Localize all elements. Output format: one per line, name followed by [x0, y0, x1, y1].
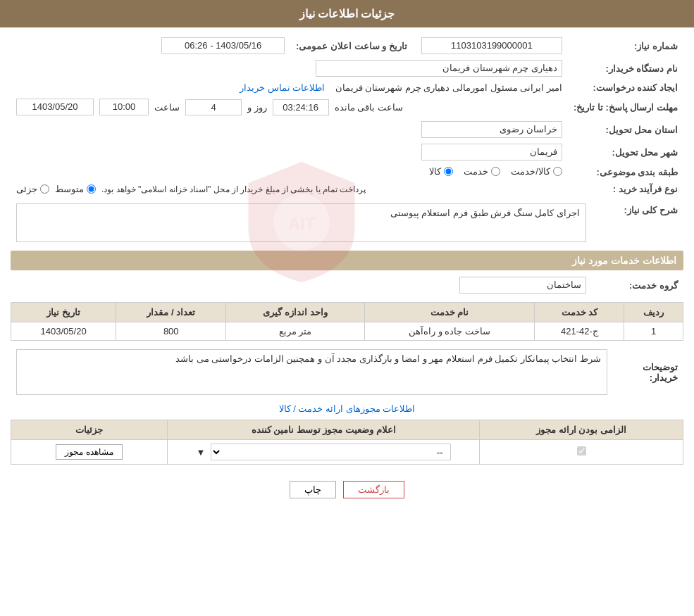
need-number-input: 1103103199000001 [421, 37, 562, 54]
cell-row-num: 1 [624, 322, 683, 341]
category-radio-khedmat[interactable]: خدمت [464, 166, 500, 177]
purchase-type-radio-medium-input[interactable] [87, 184, 96, 194]
col-row-num: ردیف [624, 303, 683, 322]
category-radio-kala-input[interactable] [444, 167, 453, 176]
buyer-notes-box: شرط انتخاب پیمانکار تکمیل فرم استعلام مه… [16, 349, 607, 395]
purchase-type-radio-partial-input[interactable] [40, 184, 49, 194]
purchase-type-note: پرداخت تمام یا بخشی از مبلغ خریدار از مح… [101, 184, 366, 194]
category-radio-kala-khedmat[interactable]: کالا/خدمت [511, 166, 562, 177]
col-service-code: کد خدمت [535, 303, 624, 322]
cell-details[interactable]: مشاهده مجوز [11, 440, 168, 465]
category-radio-group: کالا/خدمت خدمت کالا [429, 166, 562, 177]
purchase-type-medium-label: متوسط [55, 184, 84, 194]
basic-info-table: شماره نیاز: 1103103199000001 تاریخ و ساع… [11, 34, 683, 197]
category-radio-kala-khedmat-input[interactable] [553, 167, 562, 176]
delivery-city-label: شهر محل تحویل: [568, 141, 683, 163]
cell-need-date: 1403/05/20 [11, 322, 116, 341]
svg-point-0 [273, 194, 330, 250]
table-row: -- ▼ مشاهده مجوز [11, 440, 683, 465]
buyer-notes-value: شرط انتخاب پیمانکار تکمیل فرم استعلام مه… [11, 346, 613, 398]
col-need-date: تاریخ نیاز [11, 303, 116, 322]
purchase-type-radio-medium[interactable]: متوسط [55, 184, 96, 194]
service-group-label: گروه خدمت: [592, 274, 683, 296]
category-radio-khedmat-input[interactable] [491, 167, 500, 176]
buyer-notes-table: توضیحات خریدار: شرط انتخاب پیمانکار تکمی… [11, 346, 683, 398]
chevron-down-icon: ▼ [196, 447, 205, 458]
row-response-deadline: مهلت ارسال پاسخ: تا تاریخ: ساعت باقی مان… [11, 96, 683, 118]
row-buyer-notes: توضیحات خریدار: شرط انتخاب پیمانکار تکمی… [11, 346, 683, 398]
col-required: الزامی بودن ارائه مجوز [480, 420, 683, 440]
view-permit-button[interactable]: مشاهده مجوز [56, 444, 122, 460]
row-purchase-type: نوع فرآیند خرید : پرداخت تمام یا بخشی از… [11, 181, 683, 197]
back-button[interactable]: بازگشت [343, 481, 404, 498]
creator-contact-link[interactable]: اطلاعات تماس خریدار [240, 82, 325, 93]
table-row: 1 ج-42-421 ساخت جاده و راه‌آهن متر مربع … [11, 322, 683, 341]
response-date-input: 1403/05/20 [16, 99, 94, 115]
cell-unit: متر مربع [226, 322, 365, 341]
page-wrapper: جزئیات اطلاعات نیاز شماره نیاز: 11031031… [0, 0, 694, 616]
response-deadline-label: مهلت ارسال پاسخ: تا تاریخ: [568, 96, 683, 118]
response-deadline-row: ساعت باقی مانده 03:24:16 روز و 4 ساعت 10… [11, 96, 568, 118]
cell-required [480, 440, 683, 465]
need-description-text: اجرای کامل سنگ فرش طبق فرم استعلام پیوست… [390, 208, 580, 218]
col-details: جزئیات [11, 420, 168, 440]
category-label: طبقه بندی موضوعی: [568, 163, 683, 181]
svg-text:AIT: AIT [287, 213, 315, 232]
category-value: کالا/خدمت خدمت کالا [11, 163, 568, 181]
main-content: شماره نیاز: 1103103199000001 تاریخ و ساع… [0, 27, 694, 520]
service-group-table: گروه خدمت: ساختمان [11, 274, 683, 296]
footer-buttons: بازگشت چاپ [11, 470, 683, 513]
category-kala-label: کالا [429, 166, 441, 177]
need-description-value: اجرای کامل سنگ فرش طبق فرم استعلام پیوست… [11, 201, 592, 245]
purchase-type-value: پرداخت تمام یا بخشی از مبلغ خریدار از مح… [11, 181, 568, 197]
remaining-days-label: روز و [247, 102, 267, 113]
buyer-name-label: نام دستگاه خریدار: [568, 57, 683, 80]
delivery-province-label: استان محل تحویل: [568, 118, 683, 141]
buyer-notes-label: توضیحات خریدار: [613, 346, 683, 398]
page-title: جزئیات اطلاعات نیاز [299, 8, 395, 20]
cell-quantity: 800 [116, 322, 226, 341]
announcement-date-value: 1403/05/16 - 06:26 [11, 34, 290, 57]
purchase-type-radio-partial[interactable]: جزئی [16, 184, 49, 194]
col-status: اعلام وضعیت مجوز توسط نامین کننده [168, 420, 480, 440]
row-creator: ایجاد کننده درخواست: امیر ایرانی مسئول ا… [11, 80, 683, 96]
status-select[interactable]: -- [211, 444, 451, 460]
col-service-name: نام خدمت [364, 303, 534, 322]
announcement-date-label: تاریخ و ساعت اعلان عمومی: [290, 34, 413, 57]
remaining-days-box: 4 [185, 99, 242, 115]
permissions-header-row: الزامی بودن ارائه مجوز اعلام وضعیت مجوز … [11, 420, 683, 440]
category-khedmat-label: خدمت [464, 166, 488, 177]
buyer-notes-text: شرط انتخاب پیمانکار تکمیل فرم استعلام مه… [175, 353, 601, 364]
services-section-title: اطلاعات خدمات مورد نیاز [11, 251, 683, 270]
need-description-table: شرح کلی نیاز: اجرای کامل سنگ فرش طبق فرم… [11, 201, 683, 245]
need-number-value: 1103103199000001 [413, 34, 568, 57]
row-need-description: شرح کلی نیاز: اجرای کامل سنگ فرش طبق فرم… [11, 201, 683, 245]
delivery-province-input: خراسان رضوی [421, 121, 562, 138]
cell-status: -- ▼ [168, 440, 480, 465]
services-table-header-row: ردیف کد خدمت نام خدمت واحد اندازه گیری ت… [11, 303, 683, 322]
announcement-date-input: 1403/05/16 - 06:26 [161, 37, 285, 54]
remaining-time-box: 03:24:16 [273, 99, 329, 115]
delivery-province-value: خراسان رضوی [11, 118, 568, 141]
services-table: ردیف کد خدمت نام خدمت واحد اندازه گیری ت… [11, 302, 683, 341]
delivery-city-input: فریمان [421, 144, 562, 161]
print-button[interactable]: چاپ [290, 481, 336, 498]
delivery-city-value: فریمان [11, 141, 568, 163]
service-group-input: ساختمان [459, 277, 586, 294]
category-radio-kala[interactable]: کالا [429, 166, 453, 177]
row-need-number: شماره نیاز: 1103103199000001 تاریخ و ساع… [11, 34, 683, 57]
cell-service-code: ج-42-421 [535, 322, 624, 341]
row-province: استان محل تحویل: خراسان رضوی [11, 118, 683, 141]
creator-value: امیر ایرانی مسئول امورمالی دهیاری چرم شه… [11, 80, 568, 96]
response-time-input: 10:00 [99, 99, 149, 115]
required-checkbox [577, 446, 586, 455]
cell-service-name: ساخت جاده و راه‌آهن [364, 322, 534, 341]
service-group-value: ساختمان [11, 274, 592, 296]
buyer-name-input: دهیاری چرم شهرستان فریمان [316, 60, 562, 77]
row-category: طبقه بندی موضوعی: کالا/خدمت خدمت [11, 163, 683, 181]
permissions-section-title[interactable]: اطلاعات مجوزهای ارائه خدمت / کالا [11, 403, 683, 414]
row-city: شهر محل تحویل: فریمان [11, 141, 683, 163]
permissions-table: الزامی بودن ارائه مجوز اعلام وضعیت مجوز … [11, 420, 683, 465]
response-time-label: ساعت [154, 102, 180, 113]
col-unit: واحد اندازه گیری [226, 303, 365, 322]
